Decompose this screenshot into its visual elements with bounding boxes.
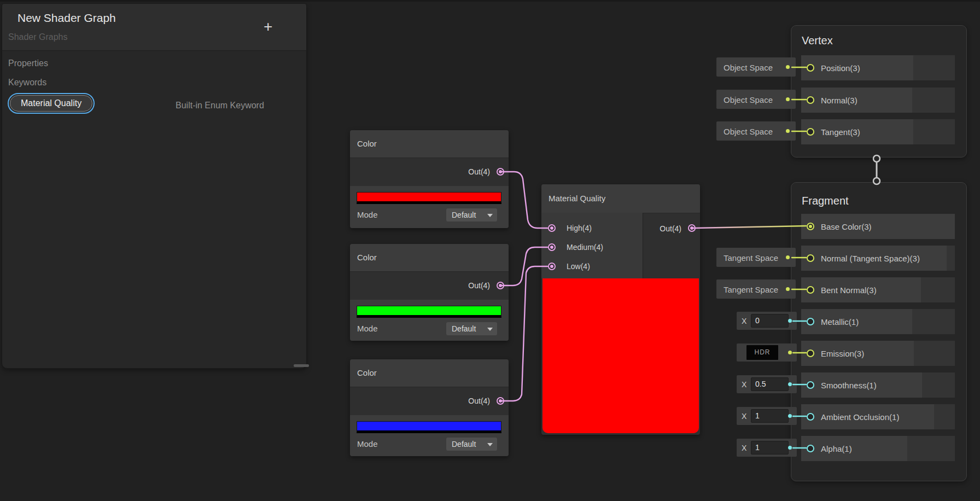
emission-port[interactable]: [807, 349, 814, 357]
mode-label: Mode: [357, 210, 378, 219]
out-port-label: Out(4): [468, 397, 490, 405]
input-label: Low(4): [567, 262, 590, 271]
row-right-segment: [947, 246, 955, 271]
alpha-value-field[interactable]: 1: [751, 441, 789, 455]
normal-port[interactable]: [807, 96, 814, 104]
block-metallic[interactable]: Metallic(1): [801, 309, 955, 334]
block-position[interactable]: Position(3): [801, 55, 955, 80]
chevron-down-icon: [487, 443, 493, 446]
block-smoothness[interactable]: Smoothness(1): [801, 372, 955, 398]
node-title[interactable]: Color: [350, 359, 509, 387]
row-right-segment: [922, 372, 955, 398]
node-preview: [542, 278, 699, 433]
block-base-color[interactable]: Base Color(3): [801, 214, 955, 239]
bent-normal-port[interactable]: [807, 286, 814, 294]
block-emission[interactable]: Emission(3): [801, 341, 955, 366]
output-row: Out(4): [350, 158, 509, 186]
connector-dot: [788, 446, 792, 450]
space-selector-bent-normal[interactable]: Tangent Space: [716, 279, 796, 299]
mode-dropdown[interactable]: Default: [446, 438, 497, 451]
block-ambient-occlusion[interactable]: Ambient Occlusion(1): [801, 404, 955, 429]
input-port-medium[interactable]: [548, 243, 556, 251]
chevron-down-icon: [487, 328, 493, 331]
color-node-red[interactable]: Color Out(4) Mode Default: [350, 130, 509, 228]
block-label: Base Color(3): [821, 222, 872, 231]
blackboard-header[interactable]: New Shader Graph Shader Graphs +: [2, 4, 306, 51]
out-port[interactable]: [688, 224, 696, 232]
blackboard-panel[interactable]: New Shader Graph Shader Graphs + Propert…: [2, 3, 307, 369]
input-row-low: Low(4): [548, 263, 590, 270]
smoothness-value-widget: X 0.5: [737, 375, 797, 393]
smoothness-value-field[interactable]: 0.5: [751, 377, 789, 391]
color-node-green[interactable]: Color Out(4) Mode Default: [350, 244, 509, 341]
metallic-value-field[interactable]: 0: [751, 314, 789, 328]
connector-dot: [786, 287, 790, 291]
port-section: High(4) Medium(4) Low(4) Out(4): [541, 213, 700, 278]
section-keywords: Keywords: [8, 78, 46, 88]
color-node-blue[interactable]: Color Out(4) Mode Default: [350, 359, 509, 456]
block-alpha[interactable]: Alpha(1): [801, 436, 955, 461]
out-port-label: Out(4): [468, 281, 490, 290]
connector-dot: [788, 319, 792, 323]
out-port[interactable]: [497, 168, 504, 176]
node-body: Mode Default: [350, 186, 509, 228]
block-label: Position(3): [821, 63, 860, 73]
keyword-pill-material-quality[interactable]: Material Quality: [8, 93, 95, 114]
mode-dropdown[interactable]: Default: [446, 322, 497, 335]
block-label: Normal (Tangent Space)(3): [821, 254, 920, 263]
section-properties: Properties: [8, 59, 48, 68]
stack-title: Fragment: [802, 195, 849, 207]
space-selector-normal-ts[interactable]: Tangent Space: [716, 248, 796, 267]
out-port-label: Out(4): [660, 224, 681, 233]
space-selector-tangent[interactable]: Object Space: [716, 121, 796, 141]
input-row-high: High(4): [548, 224, 592, 232]
ambient-occlusion-value-field[interactable]: 1: [751, 409, 789, 423]
position-port[interactable]: [807, 64, 814, 72]
input-port-low[interactable]: [548, 263, 556, 270]
smoothness-port[interactable]: [807, 381, 814, 389]
space-label: Object Space: [724, 126, 773, 136]
metallic-port[interactable]: [807, 318, 814, 325]
row-right-segment: [907, 436, 955, 461]
graph-title: New Shader Graph: [18, 11, 116, 25]
node-title[interactable]: Color: [350, 130, 509, 158]
base-color-port[interactable]: [807, 223, 814, 230]
row-right-segment: [913, 119, 955, 144]
block-normal-tangent-space[interactable]: Normal (Tangent Space)(3): [801, 246, 955, 271]
fragment-stack-node[interactable]: Fragment Base Color(3) Normal (Tangent S…: [791, 182, 967, 481]
mode-label: Mode: [357, 439, 378, 448]
out-port[interactable]: [497, 397, 504, 405]
alpha-port[interactable]: [807, 445, 814, 452]
add-icon[interactable]: +: [264, 19, 272, 34]
space-selector-position[interactable]: Object Space: [716, 57, 796, 77]
vertex-stack-node[interactable]: Vertex Position(3) Normal(3) Tangent(3): [791, 25, 967, 158]
connector-dot: [786, 97, 790, 101]
output-row: Out(4): [350, 271, 509, 300]
block-tangent[interactable]: Tangent(3): [801, 119, 955, 144]
alpha-value-widget: X 1: [737, 439, 797, 457]
node-title[interactable]: Material Quality: [541, 184, 700, 213]
color-swatch[interactable]: [357, 192, 501, 204]
color-swatch[interactable]: [357, 421, 501, 433]
tangent-port[interactable]: [807, 128, 814, 136]
connector-dot: [786, 255, 790, 259]
ambient-occlusion-port[interactable]: [807, 413, 814, 421]
normal-ts-port[interactable]: [807, 254, 814, 262]
row-right-segment: [912, 88, 955, 113]
block-bent-normal[interactable]: Bent Normal(3): [801, 277, 955, 302]
wire-out-to-base-color[interactable]: [693, 226, 806, 228]
node-title[interactable]: Color: [350, 244, 509, 272]
resize-handle[interactable]: [294, 364, 309, 367]
mode-dropdown[interactable]: Default: [446, 208, 497, 222]
input-port-high[interactable]: [548, 224, 556, 232]
stack-title: Vertex: [802, 34, 833, 47]
space-selector-normal[interactable]: Object Space: [716, 90, 796, 109]
connector-dot: [788, 382, 792, 386]
block-normal[interactable]: Normal(3): [801, 88, 955, 113]
connector-dot: [788, 414, 792, 418]
shader-graph-canvas[interactable]: New Shader Graph Shader Graphs + Propert…: [0, 0, 980, 501]
block-label: Emission(3): [821, 349, 864, 358]
material-quality-keyword-node[interactable]: Material Quality High(4) Medium(4) Low(4…: [541, 184, 700, 435]
out-port[interactable]: [497, 282, 504, 289]
color-swatch[interactable]: [357, 306, 501, 318]
